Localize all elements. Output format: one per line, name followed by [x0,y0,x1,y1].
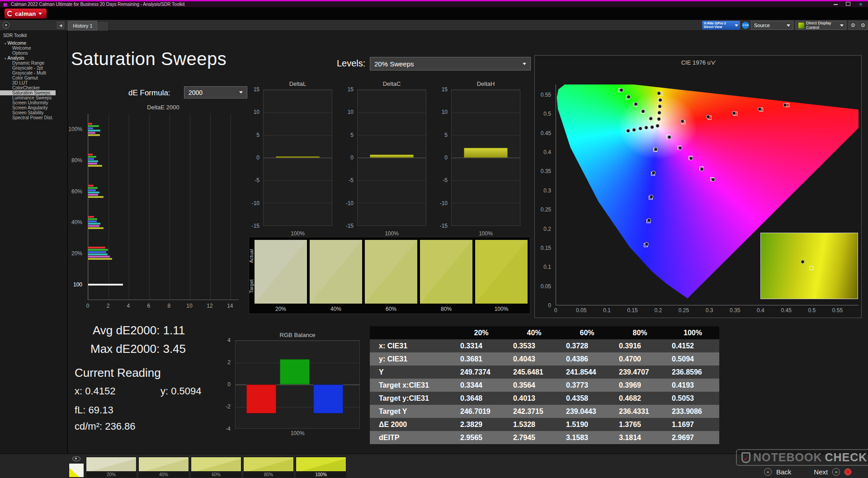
deltae-bar-green [88,187,98,189]
table-cell: 0.3314 [455,339,508,352]
display-control-dropdown[interactable]: Direct Display Control [796,21,846,30]
patch-thumbnail-20%[interactable] [86,457,137,472]
sidebar-item-analysis[interactable]: ▾Analysis [0,56,67,61]
y-tick-label: 15 [254,86,259,93]
sidebar-item-screen-stability[interactable]: Screen Stability [0,110,67,115]
deltal-x-label: 100% [263,230,332,237]
deltae-bar-red [88,154,93,155]
preferences-gear-icon[interactable]: ⚙ [859,21,868,30]
sidebar-title: SDR Toolkit [0,31,67,41]
next-button[interactable]: Next [814,468,828,476]
display-icon [798,23,804,28]
table-cell: 0.3728 [561,339,613,352]
back-icon[interactable]: « [764,468,772,476]
calman-logo-text: calman [15,10,36,17]
deltae-x-axis: 02468101214 [88,303,250,309]
table-body: x: CIE310.33140.35330.37280.39160.4152y:… [370,339,719,444]
sidebar-item-color-gamut[interactable]: Color Gamut [0,75,67,80]
sidebar-item-dynamic-range[interactable]: Dynamic Range [0,61,67,66]
y-tick-label: -10 [252,200,259,206]
y-tick-label: -10 [440,200,448,206]
table-header: 20%40%60%80%100% [370,326,719,339]
table-cell: 0.4386 [561,352,613,366]
deltae-x-tick-label: 12 [207,303,213,309]
levels-dropdown[interactable]: 20% Sweeps [370,57,531,70]
sidebar-item-luminance-sweeps[interactable]: Luminance Sweeps [0,95,67,100]
sidebar-item-3d-lut[interactable]: 3D LUT [0,80,67,85]
deltae-bar-cyan [88,160,98,162]
back-button[interactable]: Back [776,468,791,476]
cie-x-tick-label: 0.55 [831,307,844,314]
sidebar-item-screen-uniformity[interactable]: Screen Uniformity [0,100,67,105]
sidebar-item-welcome[interactable]: Welcome [0,46,67,51]
table-cell: 1.5328 [508,418,561,431]
deltae-bar-magenta [88,163,97,164]
window-titlebar: Calman 2022 Calman Ultimate for Business… [0,0,868,7]
deltal-y-axis: 151050-5-10-15 [247,89,261,226]
tab-history-1[interactable]: History 1 [68,21,98,31]
deltae-bar-green [88,249,108,251]
sidebar-item-welcome[interactable]: ▾Welcome [0,41,67,46]
table-cell: 1.1697 [666,418,719,431]
sidebar-item-grayscale-multi[interactable]: Grayscale - Multi [0,70,67,75]
history-add-tab[interactable] [99,22,108,31]
swatch-label: 100% [475,306,528,312]
sidebar-item-label: Grayscale - Multi [12,70,46,75]
table-cell: 2.9697 [666,431,719,444]
notification-badge[interactable] [844,469,851,475]
layout-toggle-button[interactable] [3,22,9,28]
sidebar-tree: ▾WelcomeWelcomeOptions▾AnalysisDynamic R… [0,41,67,120]
inset-measured-marker [801,260,805,264]
next-icon[interactable]: » [832,468,840,476]
white-patch-thumbnail[interactable] [69,463,84,478]
table-cell: 0.5053 [666,392,719,405]
sidebar-item-options[interactable]: Options [0,51,67,56]
table-row: y: CIE310.36810.40430.43860.47000.5094 [370,352,719,366]
settings-gear-icon[interactable]: ⚙ [849,21,858,30]
cie-x-tick-label: 0.1 [600,307,613,314]
eye-icon [72,456,80,461]
sidebar-item-screen-angularity[interactable]: Screen Angularity [0,105,67,110]
patch-thumbnail-60%[interactable] [191,457,241,472]
deltac-bar [370,155,414,158]
swatch-comparison-panel: Actual Target 20%40%60%80%100% [249,237,530,314]
sidebar-item-saturation-sweeps[interactable]: Saturation Sweeps [0,90,56,95]
meter-dropdown[interactable]: X-Rite i1Pro 2 Direct View [702,21,740,30]
table-cell: 236.8596 [666,366,719,379]
patch-thumbnail-40%[interactable] [138,457,189,472]
deltae-bar-red [88,247,105,248]
sidebar-item-colorchecker[interactable]: ColorChecker [0,85,67,90]
current-y: y: 0.5094 [160,385,202,397]
de-formula-dropdown[interactable]: 2000 [184,86,247,98]
table-row-label: Target x:CIE31 [370,379,455,392]
patch-label: 60% [191,472,241,478]
chevron-down-icon [840,24,844,27]
sidebar-item-grayscale-2pt[interactable]: Grayscale - 2pt [0,66,67,70]
table-column-header: 60% [561,326,613,339]
patch-preview-toggle[interactable] [71,455,82,462]
rgb-bar-red [246,384,276,413]
deltae-chart-plot [88,114,239,300]
notebookcheck-shield-icon: ✓ [741,452,750,463]
table-cell: 0.4043 [508,352,561,366]
table-header-row: 20%40%60%80%100% [370,326,719,339]
y-tick-label: 15 [442,86,448,93]
table-cell: 3.1814 [613,431,666,444]
sidebar-item-label: Spectral Power Dist. [12,115,53,120]
calman-menu-button[interactable]: calman [5,9,47,19]
meter-label: X-Rite i1Pro 2 Direct View [704,22,733,29]
table-cell: 245.6481 [508,366,561,379]
patch-thumbnail-80%[interactable] [243,457,294,472]
deltae-bar-yellow [88,165,102,167]
source-dropdown[interactable]: Source [751,21,793,30]
y-tick-label: 4 [227,337,231,343]
table-row: ΔE 20002.38291.53281.51901.37651.1697 [370,418,719,431]
cie-x-tick-label: 0.15 [626,307,639,314]
patch-thumbnail-100%[interactable] [296,457,346,472]
sidebar-collapse-button[interactable]: ◀ [57,22,64,29]
sidebar-item-spectral-power-dist-[interactable]: Spectral Power Dist. [0,115,67,120]
table-column-header: 100% [666,326,719,339]
cie-x-tick-label: 0.25 [677,307,690,314]
rgb-bar-green [280,359,310,384]
table-column-header: 80% [613,326,666,339]
